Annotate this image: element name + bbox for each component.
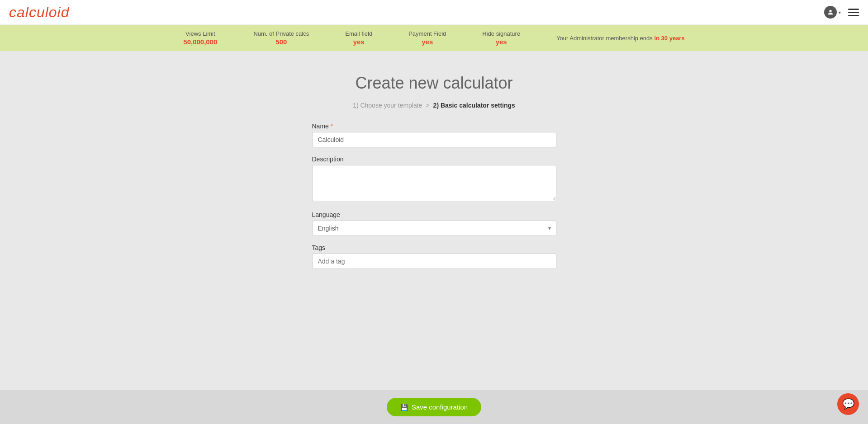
user-menu[interactable]: ▾ (824, 6, 841, 19)
stat-payment-field-value: yes (408, 38, 446, 46)
user-caret-icon: ▾ (839, 10, 841, 15)
main-content: Create new calculator 1) Choose your tem… (0, 51, 868, 322)
breadcrumb: 1) Choose your template > 2) Basic calcu… (353, 102, 515, 109)
stat-hide-signature-value: yes (482, 38, 520, 46)
stat-private-calcs: Num. of Private calcs 500 (253, 30, 309, 46)
form-container: Name * Description Language English Fren… (312, 122, 556, 277)
language-label: Language (312, 211, 556, 218)
name-group: Name * (312, 122, 556, 147)
language-select[interactable]: English French German Spanish Portuguese (312, 221, 556, 236)
membership-text: Your Administrator membership ends in 30… (556, 35, 685, 42)
stat-views-limit-value: 50,000,000 (183, 38, 217, 46)
page-title: Create new calculator (355, 74, 512, 93)
stat-hide-signature: Hide signature yes (482, 30, 520, 46)
required-star: * (331, 122, 333, 130)
header-right: ▾ (824, 6, 859, 19)
stat-email-field-label: Email field (345, 30, 372, 37)
chat-button[interactable]: 💬 (837, 393, 859, 415)
membership-suffix: 30 years (659, 35, 685, 42)
tags-label: Tags (312, 244, 556, 251)
stat-email-field: Email field yes (345, 30, 372, 46)
header: calculoid ▾ (0, 0, 868, 25)
name-label: Name * (312, 122, 556, 130)
language-group: Language English French German Spanish P… (312, 211, 556, 236)
stat-payment-field: Payment Field yes (408, 30, 446, 46)
stat-membership: Your Administrator membership ends in 30… (556, 35, 685, 42)
stat-views-limit-label: Views Limit (183, 30, 217, 37)
save-button[interactable]: 💾 Save configuration (387, 398, 481, 416)
stat-views-limit: Views Limit 50,000,000 (183, 30, 217, 46)
footer-bar: 💾 Save configuration (0, 390, 868, 424)
name-input[interactable] (312, 132, 556, 147)
breadcrumb-arrow: > (426, 102, 429, 109)
description-group: Description (312, 155, 556, 203)
user-avatar (824, 6, 837, 19)
hamburger-menu[interactable] (848, 9, 859, 16)
stat-private-calcs-label: Num. of Private calcs (253, 30, 309, 37)
stat-payment-field-label: Payment Field (408, 30, 446, 37)
save-label: Save configuration (412, 403, 468, 411)
language-select-wrap: English French German Spanish Portuguese… (312, 221, 556, 236)
tags-input[interactable] (312, 254, 556, 269)
stat-private-calcs-value: 500 (253, 38, 309, 46)
breadcrumb-step2: 2) Basic calculator settings (433, 102, 515, 109)
tags-group: Tags (312, 244, 556, 269)
description-label: Description (312, 155, 556, 163)
membership-highlight: in (654, 35, 659, 42)
membership-prefix: Your Administrator membership ends (556, 35, 654, 42)
stat-hide-signature-label: Hide signature (482, 30, 520, 37)
stats-bar: Views Limit 50,000,000 Num. of Private c… (0, 25, 868, 51)
breadcrumb-step1: 1) Choose your template (353, 102, 422, 109)
stat-email-field-value: yes (345, 38, 372, 46)
svg-point-0 (829, 10, 831, 12)
chat-icon: 💬 (842, 398, 854, 410)
description-input[interactable] (312, 165, 556, 201)
save-icon: 💾 (400, 404, 408, 411)
logo: calculoid (9, 4, 70, 21)
